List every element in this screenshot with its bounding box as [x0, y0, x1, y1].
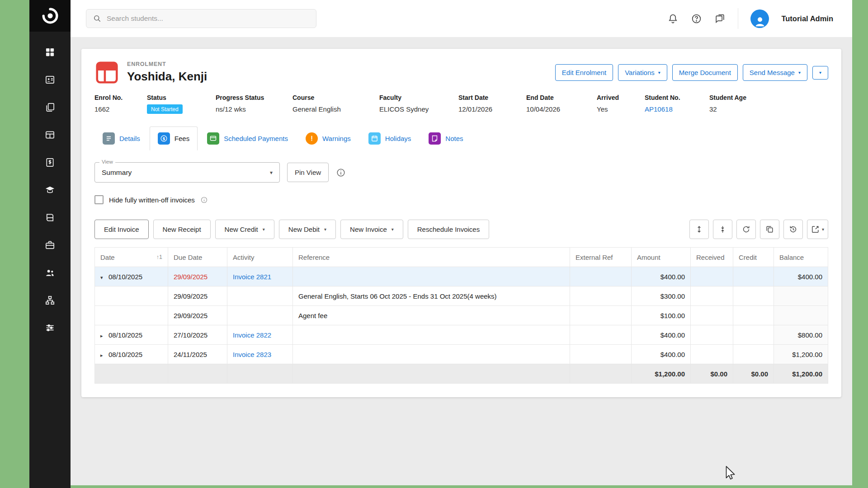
column-header-balance[interactable]: Balance: [774, 248, 828, 267]
info-student-no: Student No.AP10618: [645, 94, 709, 113]
new-receipt-button[interactable]: New Receipt: [153, 220, 211, 239]
help-button[interactable]: [691, 13, 702, 24]
tab-fees[interactable]: $Fees: [150, 127, 198, 150]
info-value: 10/04/2026: [526, 105, 597, 113]
contacts-icon: [45, 75, 55, 85]
column-header-date[interactable]: Date↑1: [95, 248, 168, 267]
help-icon: [691, 13, 702, 24]
info-icon[interactable]: [336, 168, 346, 178]
topbar-right: Tutorial Admin: [667, 8, 833, 29]
sidebar-item-invoices[interactable]: [40, 156, 61, 168]
sidebar: [29, 0, 71, 488]
sidebar-item-students[interactable]: [40, 74, 61, 85]
sidebar-item-subjects[interactable]: [40, 211, 61, 223]
main-shell: Tutorial Admin ENROLMENT Yoshida, Kenji …: [71, 0, 852, 485]
details-icon: [103, 132, 115, 145]
expand-all-rows-button[interactable]: [689, 220, 709, 239]
invoice-row[interactable]: ▸08/10/202524/11/2025Invoice 2823$400.00…: [95, 345, 828, 364]
invoice-link[interactable]: Invoice 2821: [233, 273, 271, 281]
sidebar-item-dashboard[interactable]: [40, 46, 61, 58]
expand-row-icon[interactable]: ▸: [100, 333, 108, 339]
info-value: Yes: [597, 105, 645, 113]
logo-icon: [41, 6, 60, 25]
bell-icon: [667, 13, 679, 24]
caret-down-icon: ▾: [263, 227, 265, 232]
view-select[interactable]: View Summary ▾: [94, 162, 280, 183]
svg-text:$: $: [162, 136, 165, 141]
avatar[interactable]: [750, 9, 769, 28]
merge-document-button[interactable]: Merge Document: [672, 64, 738, 81]
topbar: Tutorial Admin: [71, 0, 852, 37]
variations-button[interactable]: Variations▾: [618, 64, 667, 81]
tab-warnings[interactable]: Warnings: [297, 127, 359, 150]
export-icon: [811, 225, 820, 234]
refresh-button[interactable]: [736, 220, 756, 239]
entity-label: ENROLMENT: [127, 61, 207, 67]
column-header-reference[interactable]: Reference: [293, 248, 570, 267]
hide-written-off-row: Hide fully written-off invoices: [94, 195, 828, 204]
expand-row-icon[interactable]: ▸: [100, 352, 108, 358]
sidebar-item-organisation[interactable]: [40, 294, 61, 306]
invoice-row[interactable]: 29/09/2025Agent fee$100.00: [95, 306, 828, 325]
new-debit-button[interactable]: New Debit▾: [279, 220, 336, 239]
courses-icon: [45, 185, 55, 195]
info-student-age: Student Age32: [709, 94, 746, 113]
view-select-label: View: [99, 159, 115, 164]
info-course: CourseGeneral English: [292, 94, 379, 113]
info-icon[interactable]: [200, 196, 208, 204]
history-button[interactable]: [783, 220, 803, 239]
collapse-row-icon[interactable]: ▾: [100, 275, 108, 281]
column-header-credit[interactable]: Credit: [733, 248, 774, 267]
status-badge: Not Started: [147, 104, 183, 114]
search-box[interactable]: [86, 9, 316, 28]
reschedule-invoices-button[interactable]: Reschedule Invoices: [408, 220, 489, 239]
collapse-all-rows-button[interactable]: [713, 220, 732, 239]
sidebar-item-agents[interactable]: [40, 239, 61, 251]
new-credit-button[interactable]: New Credit▾: [215, 220, 274, 239]
edit-enrolment-button[interactable]: Edit Enrolment: [555, 64, 613, 81]
duplicate-view-button[interactable]: [760, 220, 779, 239]
column-header-amount[interactable]: Amount: [632, 248, 691, 267]
hide-written-off-checkbox[interactable]: [94, 195, 104, 204]
total-amount: $1,200.00: [632, 364, 691, 384]
invoice-row[interactable]: ▸08/10/202527/10/2025Invoice 2822$400.00…: [95, 325, 828, 345]
search-input[interactable]: [107, 14, 310, 23]
column-header-activity[interactable]: Activity: [227, 248, 293, 267]
info-value: ns/12 wks: [216, 105, 292, 113]
pin-view-button[interactable]: Pin View: [287, 163, 329, 182]
header-actions: Edit EnrolmentVariations▾Merge DocumentS…: [555, 60, 828, 81]
edit-invoice-button[interactable]: Edit Invoice: [94, 220, 149, 239]
caret-down-icon: ▾: [324, 227, 326, 232]
new-invoice-button[interactable]: New Invoice▾: [340, 220, 403, 239]
column-header-due-date[interactable]: Due Date: [168, 248, 227, 267]
info-status: StatusNot Started: [147, 94, 216, 114]
messages-button[interactable]: [714, 13, 726, 24]
invoice-link[interactable]: Invoice 2823: [233, 351, 271, 358]
sidebar-item-staff[interactable]: [40, 267, 61, 278]
info-faculty: FacultyELICOS Sydney: [379, 94, 458, 113]
total-balance: $1,200.00: [774, 364, 828, 384]
sidebar-item-settings[interactable]: [40, 322, 61, 333]
info-value[interactable]: AP10618: [645, 105, 709, 113]
tab-holidays[interactable]: Holidays: [360, 127, 420, 150]
send-message-button[interactable]: Send Message▾: [743, 64, 807, 81]
export-button[interactable]: ▾: [807, 220, 828, 239]
invoice-link[interactable]: Invoice 2822: [233, 331, 271, 339]
tab-details[interactable]: Details: [94, 127, 148, 150]
info-arrived: ArrivedYes: [597, 94, 645, 113]
sidebar-item-timetables[interactable]: [40, 129, 61, 141]
more-actions-button[interactable]: ▾: [812, 66, 828, 80]
tab-scheduled-payments[interactable]: Scheduled Payments: [199, 127, 296, 150]
column-header-received[interactable]: Received: [691, 248, 733, 267]
info-value: 32: [709, 105, 746, 113]
agents-icon: [45, 240, 55, 250]
notifications-button[interactable]: [667, 13, 679, 24]
app-logo[interactable]: [29, 0, 71, 32]
info-progress-status: Progress Statusns/12 wks: [216, 94, 292, 113]
tab-notes[interactable]: Notes: [420, 127, 471, 150]
column-header-external-ref[interactable]: External Ref: [570, 248, 632, 267]
invoice-row[interactable]: 29/09/2025General English, Starts 06 Oct…: [95, 286, 828, 306]
invoice-row[interactable]: ▾08/10/202529/09/2025Invoice 2821$400.00…: [95, 267, 828, 286]
sidebar-item-enrolments[interactable]: [40, 101, 61, 113]
sidebar-item-courses[interactable]: [40, 184, 61, 196]
